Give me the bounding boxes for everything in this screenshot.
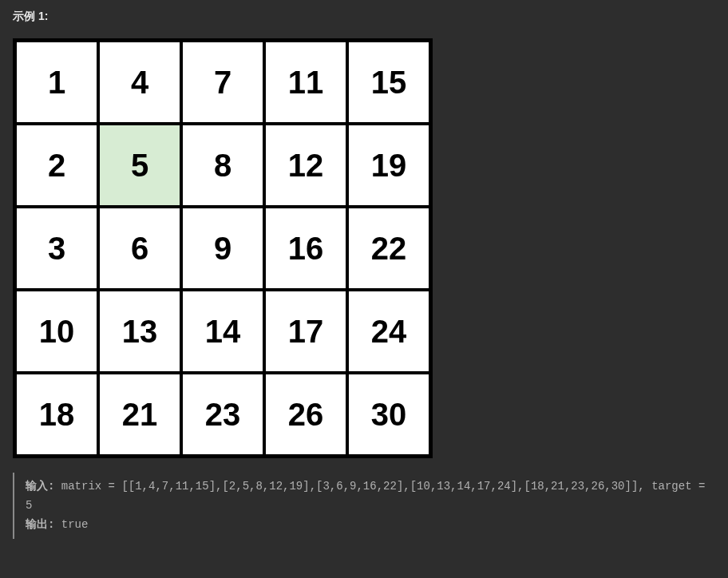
- output-line: 输出: true: [26, 516, 715, 535]
- matrix-grid: 1 4 7 11 15 2 5 8 12 19 3 6 9 16 22 10 1…: [13, 38, 433, 458]
- matrix-cell: 30: [347, 373, 430, 456]
- matrix-cell: 23: [181, 373, 264, 456]
- input-text: matrix = [[1,4,7,11,15],[2,5,8,12,19],[3…: [26, 480, 712, 512]
- code-block: 输入: matrix = [[1,4,7,11,15],[2,5,8,12,19…: [13, 473, 715, 539]
- matrix-row: 10 13 14 17 24: [15, 290, 430, 373]
- matrix-cell: 19: [347, 124, 430, 207]
- matrix-cell: 17: [264, 290, 347, 373]
- matrix-cell: 13: [98, 290, 181, 373]
- example-title: 示例 1:: [13, 10, 715, 24]
- matrix-row: 3 6 9 16 22: [15, 207, 430, 290]
- matrix-cell: 14: [181, 290, 264, 373]
- matrix-cell: 7: [181, 41, 264, 124]
- matrix-cell-highlighted: 5: [98, 124, 181, 207]
- input-line: 输入: matrix = [[1,4,7,11,15],[2,5,8,12,19…: [26, 477, 715, 516]
- input-label: 输入:: [26, 480, 54, 493]
- matrix-cell: 8: [181, 124, 264, 207]
- matrix-cell: 4: [98, 41, 181, 124]
- output-text: true: [54, 518, 88, 531]
- matrix-cell: 2: [15, 124, 98, 207]
- matrix-cell: 26: [264, 373, 347, 456]
- output-label: 输出:: [26, 518, 54, 531]
- matrix-cell: 11: [264, 41, 347, 124]
- matrix-cell: 9: [181, 207, 264, 290]
- matrix-cell: 21: [98, 373, 181, 456]
- matrix-row: 18 21 23 26 30: [15, 373, 430, 456]
- matrix-cell: 24: [347, 290, 430, 373]
- matrix-cell: 10: [15, 290, 98, 373]
- matrix-cell: 16: [264, 207, 347, 290]
- matrix-cell: 6: [98, 207, 181, 290]
- matrix-cell: 18: [15, 373, 98, 456]
- matrix-cell: 3: [15, 207, 98, 290]
- matrix-cell: 22: [347, 207, 430, 290]
- matrix-cell: 1: [15, 41, 98, 124]
- matrix-row: 1 4 7 11 15: [15, 41, 430, 124]
- matrix-cell: 15: [347, 41, 430, 124]
- matrix-row: 2 5 8 12 19: [15, 124, 430, 207]
- matrix-cell: 12: [264, 124, 347, 207]
